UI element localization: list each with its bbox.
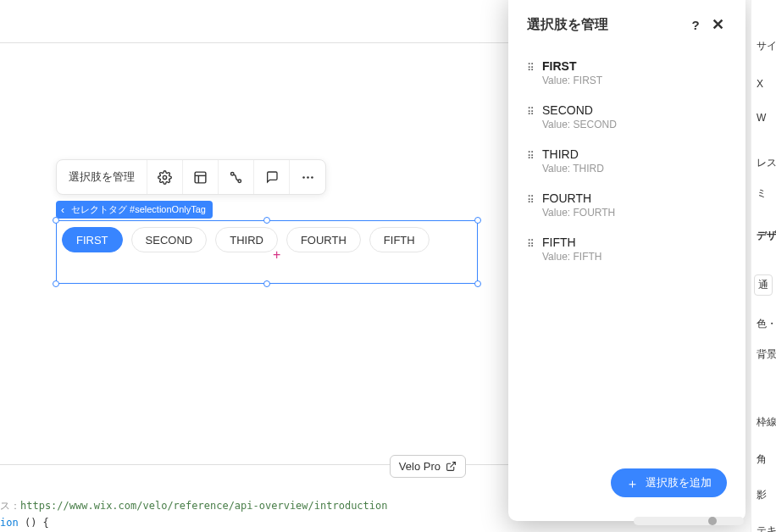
prop-shadow: 影: [757, 488, 767, 502]
popup-title: 選択肢を管理: [527, 16, 686, 34]
velo-pro-button[interactable]: Velo Pro: [390, 455, 466, 478]
svg-point-6: [302, 176, 305, 179]
selection-box[interactable]: FIRSTSECONDTHIRDFOURTHFIFTH: [56, 220, 478, 284]
drag-handle-icon[interactable]: ⠿: [522, 59, 537, 74]
animation-icon[interactable]: [219, 160, 254, 194]
component-badge[interactable]: セレクトタグ #selectionOnlyTag: [56, 201, 213, 219]
option-label: FOURTH: [542, 191, 615, 205]
manage-options-text-button[interactable]: 選択肢を管理: [57, 160, 147, 194]
option-value: Value: THIRD: [542, 163, 604, 175]
prop-responsive: レス: [757, 156, 776, 170]
floating-toolbar: 選択肢を管理: [56, 159, 326, 195]
prop-state-select[interactable]: 通: [754, 274, 773, 296]
prop-color: 色・ス: [757, 317, 776, 331]
option-label: THIRD: [542, 147, 604, 161]
prop-size: サイ: [757, 39, 776, 53]
drag-handle-icon[interactable]: ⠿: [522, 103, 537, 118]
option-body: THIRDValue: THIRD: [542, 147, 604, 175]
option-label: FIFTH: [542, 236, 601, 249]
code-prefix: ス：: [0, 500, 20, 512]
option-value: Value: FIFTH: [542, 251, 601, 263]
option-row-first[interactable]: ⠿FIRSTValue: FIRST: [508, 51, 746, 95]
add-option-label: 選択肢を追加: [646, 475, 712, 490]
option-body: FIRSTValue: FIRST: [542, 59, 602, 86]
horizontal-scroll-track[interactable]: [634, 517, 744, 525]
option-body: SECONDValue: SECOND: [542, 103, 617, 130]
add-option-button[interactable]: ＋ 選択肢を追加: [611, 468, 727, 497]
prop-border: 枠線: [757, 415, 776, 429]
tags-row: FIRSTSECONDTHIRDFOURTHFIFTH: [62, 227, 430, 252]
tag-third[interactable]: THIRD: [215, 227, 278, 252]
svg-rect-1: [195, 172, 206, 183]
options-list: ⠿FIRSTValue: FIRST⠿SECONDValue: SECOND⠿T…: [508, 46, 746, 457]
layout-icon[interactable]: [183, 160, 219, 194]
horizontal-scroll-thumb[interactable]: [708, 517, 717, 525]
resize-handle-bc[interactable]: [263, 280, 270, 287]
code-rest: () {: [19, 517, 49, 529]
tag-first[interactable]: FIRST: [62, 227, 123, 252]
svg-point-8: [311, 176, 313, 179]
component-badge-text: セレクトタグ #selectionOnlyTag: [71, 203, 206, 216]
plus-icon: ＋: [626, 477, 639, 490]
anchor-marker: +: [273, 247, 280, 263]
option-body: FIFTHValue: FIFTH: [542, 236, 601, 263]
resize-handle-bl[interactable]: [53, 280, 59, 287]
code-url: https://www.wix.com/velo/reference/api-o…: [20, 500, 387, 512]
svg-line-9: [450, 463, 455, 468]
option-row-fifth[interactable]: ⠿FIFTHValue: FIFTH: [508, 227, 746, 271]
resize-handle-br[interactable]: [474, 280, 481, 287]
code-keyword: ion: [0, 517, 19, 529]
svg-point-0: [163, 175, 166, 179]
more-options-icon[interactable]: [290, 160, 325, 194]
right-properties-strip: サイ X W レス ミ デザ 通 色・ス 背景 枠線 角 影 テキ: [751, 0, 776, 532]
prop-corner: 角: [757, 452, 767, 467]
drag-handle-icon[interactable]: ⠿: [522, 236, 537, 250]
close-icon[interactable]: ✕: [708, 15, 727, 34]
code-line-1: ス：https://www.wix.com/velo/reference/api…: [0, 499, 387, 513]
drag-handle-icon[interactable]: ⠿: [522, 147, 537, 162]
drag-handle-icon[interactable]: ⠿: [522, 191, 537, 206]
prop-w: W: [757, 112, 766, 124]
option-value: Value: SECOND: [542, 119, 617, 130]
tag-fourth[interactable]: FOURTH: [286, 227, 361, 252]
external-link-icon: [446, 461, 457, 472]
option-body: FOURTHValue: FOURTH: [542, 191, 615, 219]
tag-fifth[interactable]: FIFTH: [369, 227, 430, 252]
option-row-third[interactable]: ⠿THIRDValue: THIRD: [508, 139, 746, 183]
settings-gear-icon[interactable]: [147, 160, 183, 194]
option-value: Value: FIRST: [542, 75, 602, 86]
option-value: Value: FOURTH: [542, 207, 615, 219]
prop-background: 背景: [757, 347, 776, 362]
manage-options-popup: 選択肢を管理 ? ✕ ⠿FIRSTValue: FIRST⠿SECONDValu…: [508, 0, 746, 521]
resize-handle-tc[interactable]: [263, 217, 270, 224]
help-icon[interactable]: ?: [686, 15, 705, 34]
svg-point-5: [238, 179, 241, 182]
velo-pro-label: Velo Pro: [399, 460, 441, 473]
option-row-fourth[interactable]: ⠿FOURTHValue: FOURTH: [508, 183, 746, 227]
svg-point-7: [307, 176, 309, 179]
prop-text: テキ: [757, 524, 776, 532]
prop-design: デザ: [757, 229, 776, 243]
prop-x: X: [757, 78, 763, 90]
resize-handle-tl[interactable]: [53, 217, 59, 224]
code-line-2: ion () {: [0, 517, 49, 529]
svg-point-4: [230, 172, 234, 175]
option-label: FIRST: [542, 59, 602, 73]
comment-icon[interactable]: [254, 160, 290, 194]
popup-header: 選択肢を管理 ? ✕: [508, 0, 746, 46]
popup-footer: ＋ 選択肢を追加: [508, 457, 746, 521]
tag-second[interactable]: SECOND: [131, 227, 208, 252]
prop-min: ミ: [757, 186, 767, 201]
option-label: SECOND: [542, 103, 617, 117]
resize-handle-tr[interactable]: [474, 217, 481, 224]
option-row-second[interactable]: ⠿SECONDValue: SECOND: [508, 95, 746, 139]
